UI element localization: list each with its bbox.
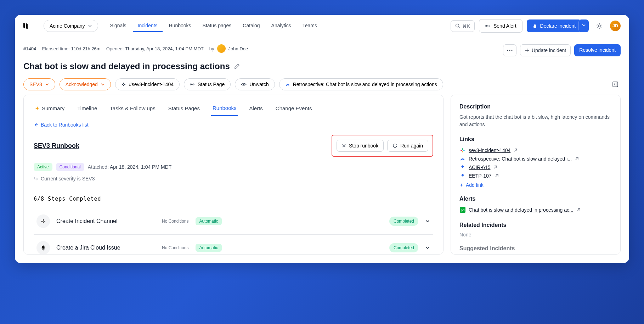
link-text[interactable]: ACIR-615: [469, 164, 490, 170]
svg-rect-16: [44, 221, 45, 222]
collapse-panel-button[interactable]: [610, 79, 621, 90]
plus-icon: [525, 48, 530, 53]
step-title: Create Incident Channel: [56, 218, 152, 224]
nav-tab-analytics[interactable]: Analytics: [266, 20, 296, 32]
broadcast-icon: [485, 23, 491, 29]
status-badge: Completed: [389, 217, 418, 226]
pencil-icon: [234, 63, 240, 69]
confluence-icon: [285, 82, 290, 87]
slack-icon: [36, 214, 50, 228]
arrow-sub-icon: [34, 176, 39, 181]
svg-rect-9: [123, 83, 124, 84]
retrospective-pill[interactable]: Retrospective: Chat bot is slow and dela…: [279, 78, 443, 90]
svg-point-11: [192, 84, 193, 85]
status-pill[interactable]: Acknowledged: [60, 78, 111, 90]
alerts-heading: Alerts: [459, 196, 612, 202]
step-title: Create a Jira Cloud Issue: [56, 245, 152, 251]
external-icon[interactable]: [576, 208, 581, 212]
svg-rect-21: [462, 148, 463, 150]
nav-tab-incidents[interactable]: Incidents: [133, 20, 163, 32]
incident-header: #1404 Elapsed time: 110d 21h 26m Opened:…: [15, 37, 629, 71]
subtab-timeline[interactable]: Timeline: [76, 102, 98, 116]
suggested-incidents-heading: Suggested Incidents: [459, 245, 612, 252]
expand-step-button[interactable]: [425, 245, 430, 251]
runbook-step: Create Incident Channel No Conditions Au…: [34, 208, 433, 234]
subtab-alerts[interactable]: Alerts: [248, 102, 264, 116]
runbook-title[interactable]: SEV3 Runbook: [34, 142, 79, 150]
expand-step-button[interactable]: [425, 218, 430, 224]
link-text[interactable]: sev3-incident-1404: [469, 147, 510, 153]
subtab-statuspages[interactable]: Status Pages: [167, 102, 201, 116]
confluence-icon: [459, 156, 466, 162]
external-icon[interactable]: [575, 157, 579, 161]
severity-pill[interactable]: SEV3: [23, 78, 55, 90]
link-item: Retrospective: Chat bot is slow and dela…: [459, 155, 612, 163]
svg-rect-7: [122, 84, 123, 85]
subtab-summary[interactable]: ✦Summary: [34, 102, 66, 116]
chevron-down-icon: [101, 82, 105, 86]
svg-point-12: [243, 84, 244, 85]
svg-rect-22: [462, 151, 463, 152]
arrow-left-icon: [34, 122, 39, 127]
resolve-incident-button[interactable]: Resolve incident: [574, 44, 621, 56]
incident-title: Chat bot is slow and delayed in processi…: [23, 61, 230, 71]
svg-rect-19: [461, 150, 462, 151]
declare-dropdown[interactable]: [578, 19, 589, 32]
highlighted-actions: Stop runbook Run again: [332, 135, 433, 157]
author-avatar: [217, 44, 226, 53]
svg-point-2: [487, 26, 488, 27]
nav-tab-runbooks[interactable]: Runbooks: [164, 20, 196, 32]
external-icon[interactable]: [493, 165, 497, 169]
external-icon[interactable]: [513, 148, 518, 152]
links-heading: Links: [459, 136, 612, 143]
alert-text[interactable]: Chat bot is slow and delayed in processi…: [469, 207, 574, 213]
add-link-button[interactable]: Add link: [459, 182, 612, 188]
severity-note: Current severity is SEV3: [34, 176, 433, 181]
subtab-change-events[interactable]: Change Events: [274, 102, 313, 116]
stop-runbook-button[interactable]: Stop runbook: [337, 140, 384, 152]
subtab-tasks[interactable]: Tasks & Follow ups: [108, 102, 157, 116]
svg-rect-8: [124, 84, 125, 85]
back-to-runbooks-link[interactable]: Back to Runbooks list: [34, 122, 433, 128]
unwatch-pill[interactable]: Unwatch: [235, 78, 275, 90]
external-icon[interactable]: [495, 174, 499, 178]
search-button[interactable]: ⌘K: [451, 20, 475, 32]
main-panel: ✦Summary Timeline Tasks & Follow ups Sta…: [23, 95, 444, 255]
search-icon: [455, 23, 460, 28]
svg-text:pd: pd: [461, 208, 465, 212]
slack-channel-pill[interactable]: #sev3-incident-1404: [115, 78, 180, 90]
link-text[interactable]: EETP-107: [469, 173, 492, 179]
nav-tab-signals[interactable]: Signals: [105, 20, 131, 32]
company-switcher[interactable]: Acme Company: [44, 20, 98, 32]
side-panel: Description Got reports that the chat bo…: [451, 95, 621, 255]
status-page-pill[interactable]: Status Page: [184, 78, 231, 90]
incident-subtabs: ✦Summary Timeline Tasks & Follow ups Sta…: [34, 102, 433, 116]
settings-button[interactable]: [593, 19, 606, 32]
runbook-step: Create a Jira Cloud Issue No Conditions …: [34, 234, 433, 255]
nav-tab-statuspages[interactable]: Status pages: [198, 20, 237, 32]
description-heading: Description: [459, 104, 612, 110]
edit-title-button[interactable]: [234, 63, 240, 69]
slack-icon: [121, 82, 126, 87]
plus-icon: [459, 183, 464, 187]
svg-rect-15: [41, 221, 43, 222]
declare-incident-button[interactable]: Declare incident: [527, 19, 581, 32]
update-incident-button[interactable]: Update incident: [520, 44, 571, 56]
app-window: Acme Company Signals Incidents Runbooks …: [15, 15, 629, 263]
subtab-runbooks[interactable]: Runbooks: [211, 102, 238, 116]
send-alert-button[interactable]: Send Alert: [479, 19, 522, 33]
steps-counter: 6/8 Steps Completed: [34, 196, 433, 202]
nav-tab-catalog[interactable]: Catalog: [238, 20, 265, 32]
run-again-button[interactable]: Run again: [387, 140, 428, 152]
nav-tab-teams[interactable]: Teams: [298, 20, 322, 32]
link-text[interactable]: Retrospective: Chat bot is slow and dela…: [469, 156, 572, 162]
related-none: None: [459, 232, 612, 238]
svg-rect-18: [43, 222, 44, 223]
user-avatar[interactable]: JD: [610, 21, 621, 31]
pill-row: SEV3 Acknowledged #sev3-incident-1404 St…: [23, 78, 621, 90]
more-actions-button[interactable]: [503, 44, 516, 56]
jira-icon: [36, 241, 50, 255]
svg-rect-17: [43, 219, 44, 221]
svg-point-5: [509, 50, 510, 51]
conditional-tag: Conditional: [56, 163, 84, 171]
